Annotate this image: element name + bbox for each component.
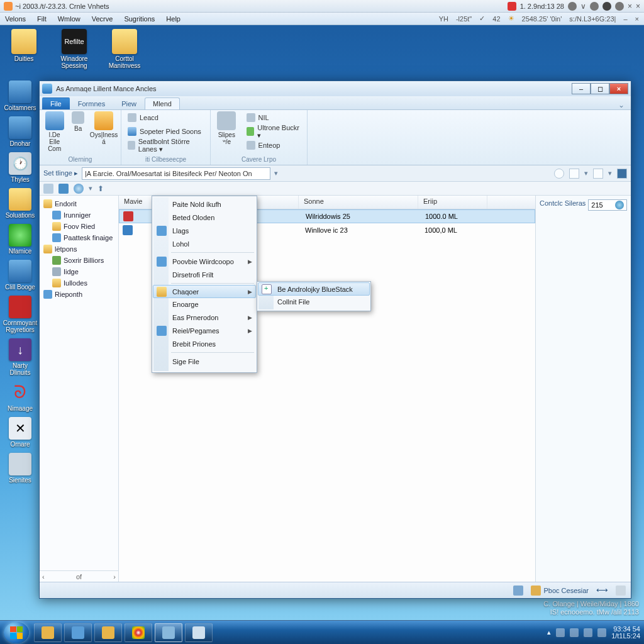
location-label[interactable]: Set tlinge ▸ xyxy=(43,169,78,177)
menu-item[interactable]: Beted Oloden xyxy=(153,211,255,224)
menu-item[interactable]: Wmlow xyxy=(58,15,80,23)
desktop-icon[interactable]: ✕Ornare xyxy=(4,417,36,448)
menu-item[interactable]: Lohol xyxy=(153,237,255,250)
menu-item[interactable]: Sige File xyxy=(153,355,255,368)
close-button[interactable]: × xyxy=(609,83,628,94)
refresh-icon[interactable] xyxy=(554,169,564,179)
column-header[interactable]: Eriip xyxy=(418,196,487,209)
desktop-icon[interactable]: Corttol Manitnvess xyxy=(106,29,143,69)
ribbon-button[interactable]: NIL xyxy=(244,111,303,124)
desktop-icon[interactable]: Nfamice xyxy=(4,224,36,255)
tree-node[interactable]: Rieponth xyxy=(41,289,117,300)
status-button[interactable]: Pboc Cesesiar xyxy=(531,586,589,596)
tree-node[interactable]: Endorit xyxy=(41,198,117,209)
ribbon-button[interactable]: Ultrone Buckr ▾ xyxy=(244,125,303,138)
menu-item[interactable]: Llags xyxy=(153,224,255,237)
tree-node[interactable]: Foov Ried xyxy=(41,221,117,232)
toolbar-icon[interactable] xyxy=(617,169,627,179)
toolbar-icon[interactable] xyxy=(569,169,579,179)
menu-item[interactable]: Help xyxy=(166,15,180,23)
search-input[interactable]: 215 xyxy=(588,199,627,211)
toolbar-icon[interactable] xyxy=(43,184,53,194)
tray-icon[interactable] xyxy=(556,628,565,637)
search-icon[interactable] xyxy=(615,201,624,209)
desktop-icon[interactable]: Clill Booge xyxy=(4,260,36,291)
desktop-icon[interactable]: Soluations xyxy=(4,188,36,219)
ribbon-button[interactable]: Enteop xyxy=(244,139,303,152)
dropdown-icon[interactable]: ▾ xyxy=(584,169,588,177)
dropdown-icon[interactable]: ▾ xyxy=(274,169,278,177)
desktop-icon[interactable]: Coitamners xyxy=(4,80,36,111)
window-titlebar[interactable]: As Anmaqe Lillent Mance Ancles – ◻ × xyxy=(40,81,631,96)
menu-item[interactable]: Dirsetrofi Frilt xyxy=(153,268,255,281)
taskbar-item-active[interactable] xyxy=(155,623,182,642)
start-button[interactable] xyxy=(4,622,29,643)
up-arrow-icon[interactable]: ⬆ xyxy=(97,184,104,193)
save-icon[interactable] xyxy=(58,184,69,194)
tray-icon[interactable] xyxy=(602,2,611,11)
tree-node[interactable]: Soxrir Billiors xyxy=(41,255,117,266)
prev-icon[interactable]: ‹ xyxy=(42,573,45,580)
tree-node[interactable]: Irunniger xyxy=(41,209,117,221)
menu-item[interactable]: Enoarge xyxy=(153,297,255,311)
desktop-icon[interactable]: 🕐Thyles xyxy=(4,152,36,183)
menu-item[interactable]: Vecrve xyxy=(92,15,113,23)
menu-item[interactable]: Brebit Priones xyxy=(153,337,255,350)
menu-item[interactable]: Eas Prnerodon▶ xyxy=(153,311,255,324)
taskbar-item[interactable] xyxy=(64,623,92,642)
ribbon-button[interactable]: Seatlbolnt Större Lanes ▾ xyxy=(125,139,206,152)
menu-item[interactable]: Poovbie Wiirdcoopo▶ xyxy=(153,255,255,268)
ribbon-button[interactable]: Oys|Iness á xyxy=(91,111,117,145)
desktop-icon[interactable]: RefilteWinadore Spessing xyxy=(55,29,93,69)
desktop-icon[interactable]: ↓Narty Dlinuits xyxy=(4,338,36,376)
menu-item[interactable]: Filt xyxy=(37,15,47,23)
tray-icon[interactable] xyxy=(508,2,516,11)
status-icon[interactable] xyxy=(616,586,626,596)
tab-item-active[interactable]: Mlend xyxy=(145,97,180,109)
location-input[interactable]: |A Earcie. Oral/Moesartat isi Bitesifeck… xyxy=(82,167,270,180)
tree-node[interactable]: lëtpons xyxy=(41,243,117,255)
toolbar-icon[interactable] xyxy=(593,169,603,179)
desktop-icon[interactable]: Sienites xyxy=(4,453,36,484)
tray-icon[interactable] xyxy=(590,2,599,11)
dropdown-icon[interactable]: ▾ xyxy=(89,184,92,192)
tray-icon[interactable] xyxy=(568,2,577,11)
taskbar-item[interactable] xyxy=(94,623,122,642)
network-icon[interactable] xyxy=(584,628,592,637)
ribbon-button[interactable]: l.De Elle Com xyxy=(43,111,65,152)
taskbar-item[interactable] xyxy=(34,623,62,642)
close-icon[interactable]: × xyxy=(628,2,632,11)
taskbar-item[interactable] xyxy=(185,623,213,642)
menu-item[interactable]: Reiel/Pegames▶ xyxy=(153,324,255,337)
chevron-down-icon[interactable]: ∨ xyxy=(580,2,586,11)
next-icon[interactable]: › xyxy=(113,573,116,580)
tree-node[interactable]: Iullodes xyxy=(41,277,117,289)
menu-item[interactable]: Velons xyxy=(5,15,26,23)
column-header[interactable]: Sonne xyxy=(299,196,418,209)
maximize-button[interactable]: ◻ xyxy=(591,83,609,94)
submenu-item[interactable]: Collnit File xyxy=(258,295,369,308)
close-icon[interactable]: × xyxy=(636,2,640,11)
show-hidden-icon[interactable]: ▴ xyxy=(547,628,551,636)
globe-icon[interactable] xyxy=(74,184,84,194)
desktop-icon[interactable]: Dnohar xyxy=(4,116,36,147)
ribbon-button[interactable]: Sopeter Pied Soons xyxy=(125,125,206,138)
taskbar-clock[interactable]: 93:34 54 1/t1L5:24 xyxy=(611,626,640,640)
tray-icon[interactable] xyxy=(570,628,579,637)
tab-file[interactable]: File xyxy=(42,97,70,109)
minimize-icon[interactable]: – xyxy=(623,15,627,23)
tree-node[interactable]: Iidge xyxy=(41,266,117,277)
menu-item[interactable]: Paite Nold íkufh xyxy=(153,197,255,211)
desktop-icon[interactable]: Duities xyxy=(5,29,43,69)
status-arrows[interactable]: ⟷ xyxy=(596,586,608,595)
taskbar-item[interactable] xyxy=(125,623,152,642)
tray-icon[interactable] xyxy=(615,2,624,11)
dropdown-icon[interactable]: ▾ xyxy=(608,169,612,177)
desktop-icon[interactable]: ᘐNimaage xyxy=(4,381,36,412)
ribbon-collapse-icon[interactable]: ⌄ xyxy=(618,101,631,109)
minimize-button[interactable]: – xyxy=(572,83,591,94)
ribbon-button[interactable]: Slipes ʷ/e xyxy=(214,111,239,145)
close-icon[interactable]: × xyxy=(635,15,639,23)
tab-item[interactable]: Piew xyxy=(113,97,145,109)
tab-item[interactable]: Formnes xyxy=(70,97,113,109)
